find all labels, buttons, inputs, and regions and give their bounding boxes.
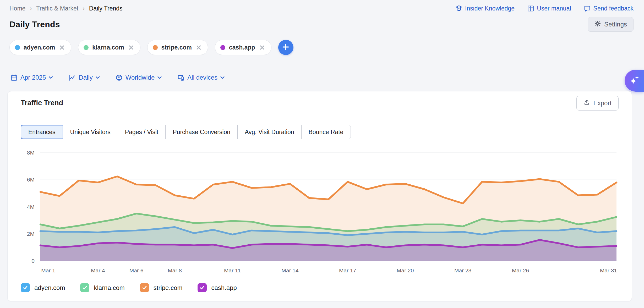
legend-checkbox-cashapp[interactable]	[198, 283, 207, 292]
svg-text:4M: 4M	[27, 204, 35, 210]
daily-trends-page: Home › Traffic & Market › Daily Trends I…	[0, 0, 644, 308]
devices-filter[interactable]: All devices	[177, 74, 225, 81]
series-color-dot	[84, 45, 89, 50]
granularity-filter[interactable]: Daily	[69, 74, 100, 81]
chevron-down-icon	[96, 76, 100, 79]
competitor-chips: adyen.com klarna.com stripe.com cash.app	[9, 40, 293, 55]
tab-entrances[interactable]: Entrances	[21, 125, 63, 139]
chevron-down-icon	[220, 76, 225, 79]
calendar-icon	[10, 74, 18, 81]
legend-checkbox-stripe[interactable]	[140, 283, 149, 292]
chevron-down-icon	[49, 76, 53, 79]
chevron-right-icon: ›	[30, 5, 32, 12]
feedback-icon	[584, 5, 591, 12]
legend-item-klarna: klarna.com	[80, 283, 124, 292]
card-header: Traffic Trend Export	[8, 91, 632, 115]
tab-pages-visit[interactable]: Pages / Visit	[118, 125, 166, 139]
check-icon	[82, 285, 88, 290]
book-icon	[527, 5, 534, 12]
svg-text:Mar 1: Mar 1	[41, 267, 55, 273]
tab-avg-visit-duration[interactable]: Avg. Visit Duration	[237, 125, 301, 139]
legend-checkbox-adyen[interactable]	[21, 283, 30, 292]
metric-tabs: Entrances Unique Visitors Pages / Visit …	[21, 125, 351, 139]
tab-unique-visitors[interactable]: Unique Visitors	[63, 125, 118, 139]
tab-bounce-rate[interactable]: Bounce Rate	[301, 125, 351, 139]
region-filter[interactable]: Worldwide	[116, 74, 162, 81]
upload-icon	[583, 99, 590, 107]
plus-icon	[282, 44, 289, 51]
svg-text:2M: 2M	[27, 231, 35, 237]
graduation-cap-icon	[455, 5, 462, 12]
chevron-down-icon	[157, 76, 162, 79]
add-competitor-button[interactable]	[278, 40, 293, 55]
devices-icon	[177, 74, 184, 81]
chip-stripe[interactable]: stripe.com	[147, 40, 208, 55]
check-icon	[142, 285, 147, 290]
sparkles-icon	[628, 74, 640, 87]
check-icon	[199, 285, 205, 290]
export-button[interactable]: Export	[576, 96, 619, 111]
close-icon[interactable]	[259, 44, 265, 51]
card-title: Traffic Trend	[21, 99, 63, 107]
insider-knowledge-link[interactable]: Insider Knowledge	[455, 5, 515, 12]
legend-item-stripe: stripe.com	[140, 283, 183, 292]
title-row: Daily Trends Settings	[9, 16, 634, 32]
legend-item-adyen: adyen.com	[21, 283, 65, 292]
page-title: Daily Trends	[9, 20, 60, 29]
ai-assistant-button[interactable]	[625, 70, 644, 92]
close-icon[interactable]	[195, 44, 202, 51]
chip-cashapp[interactable]: cash.app	[215, 40, 271, 55]
svg-text:0: 0	[31, 258, 35, 264]
svg-text:Mar 31: Mar 31	[600, 267, 617, 273]
user-manual-link[interactable]: User manual	[527, 5, 571, 12]
top-bar: Home › Traffic & Market › Daily Trends I…	[9, 3, 634, 14]
breadcrumb-traffic-market[interactable]: Traffic & Market	[36, 5, 78, 12]
top-link-label: Insider Knowledge	[465, 5, 515, 12]
top-link-label: User manual	[537, 5, 571, 12]
svg-text:6M: 6M	[27, 177, 35, 183]
gear-icon	[594, 20, 601, 29]
chip-adyen[interactable]: adyen.com	[9, 40, 71, 55]
line-chart-icon	[69, 74, 76, 81]
svg-text:Mar 6: Mar 6	[129, 267, 144, 273]
svg-text:Mar 14: Mar 14	[281, 267, 299, 273]
chevron-right-icon: ›	[83, 5, 85, 12]
export-label: Export	[593, 100, 612, 107]
series-color-dot	[15, 45, 20, 50]
svg-text:Mar 20: Mar 20	[397, 267, 414, 273]
close-icon[interactable]	[59, 44, 65, 51]
top-links: Insider Knowledge User manual Send feedb…	[455, 5, 634, 12]
series-color-dot	[220, 45, 225, 50]
svg-text:8M: 8M	[27, 150, 35, 156]
settings-label: Settings	[604, 21, 627, 28]
check-icon	[23, 285, 28, 290]
svg-text:Mar 8: Mar 8	[168, 267, 182, 273]
breadcrumb-current: Daily Trends	[89, 5, 123, 12]
send-feedback-link[interactable]: Send feedback	[584, 5, 634, 12]
chip-klarna[interactable]: klarna.com	[78, 40, 140, 55]
svg-text:Mar 17: Mar 17	[339, 267, 356, 273]
legend-checkbox-klarna[interactable]	[80, 283, 89, 292]
svg-text:Mar 4: Mar 4	[91, 267, 105, 273]
settings-button[interactable]: Settings	[588, 17, 634, 32]
series-color-dot	[153, 45, 158, 50]
legend-item-cashapp: cash.app	[198, 283, 237, 292]
breadcrumb-home[interactable]: Home	[9, 5, 25, 12]
svg-text:Mar 23: Mar 23	[454, 267, 471, 273]
filters-row: Apr 2025 Daily Worldwide	[10, 74, 225, 81]
traffic-trend-chart: 02M4M6M8MMar 1Mar 4Mar 6Mar 8Mar 11Mar 1…	[21, 143, 629, 282]
date-filter[interactable]: Apr 2025	[10, 74, 53, 81]
tab-purchase-conversion[interactable]: Purchase Conversion	[165, 125, 238, 139]
breadcrumb: Home › Traffic & Market › Daily Trends	[9, 5, 123, 12]
svg-text:Mar 11: Mar 11	[224, 267, 241, 273]
chart-legend: adyen.com klarna.com stripe.com cash.app	[21, 283, 237, 292]
top-link-label: Send feedback	[593, 5, 634, 12]
globe-icon	[116, 74, 123, 81]
svg-text:Mar 26: Mar 26	[512, 267, 529, 273]
traffic-trend-card: Traffic Trend Export Entrances Unique Vi…	[7, 91, 632, 301]
close-icon[interactable]	[128, 44, 134, 51]
